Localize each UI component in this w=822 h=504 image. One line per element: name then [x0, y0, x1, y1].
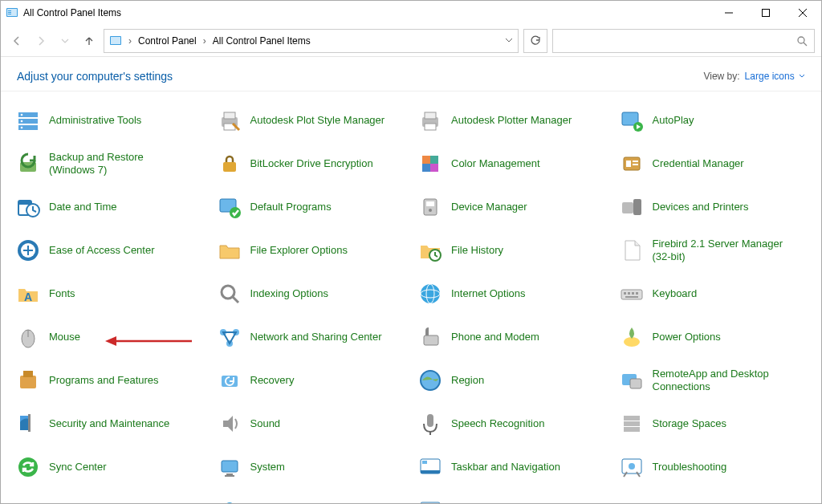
item-label: Credential Manager	[653, 157, 744, 170]
cp-item-taskbar[interactable]: Taskbar and Navigation	[414, 449, 612, 485]
view-by-value[interactable]: Large icons	[745, 71, 805, 82]
item-label: Administrative Tools	[49, 114, 141, 127]
svg-rect-32	[430, 164, 438, 172]
cp-item-recovery[interactable]: Recovery	[214, 363, 412, 398]
cp-item-fonts[interactable]: AFonts	[12, 276, 210, 311]
cp-item-default-prog[interactable]: Default Programs	[214, 189, 412, 225]
cp-item-datetime[interactable]: Date and Time	[12, 189, 210, 225]
cp-item-indexing[interactable]: Indexing Options	[214, 276, 412, 311]
cp-item-work-folders[interactable]: Work Folders	[616, 493, 814, 503]
search-box[interactable]	[552, 29, 815, 53]
cp-item-color[interactable]: Color Management	[414, 146, 612, 181]
maximize-button[interactable]	[747, 1, 784, 25]
svg-rect-88	[421, 470, 440, 474]
mouse-icon	[15, 324, 41, 350]
item-label: File Explorer Options	[250, 244, 348, 257]
address-bar[interactable]: › Control Panel › All Control Panel Item…	[104, 29, 519, 53]
network-icon	[217, 324, 242, 350]
svg-rect-76	[630, 379, 641, 388]
item-label: Autodesk Plot Style Manager	[250, 114, 385, 127]
cp-item-bitlocker[interactable]: BitLocker Drive Encryption	[214, 146, 412, 181]
datetime-icon	[15, 194, 41, 220]
cp-item-phone[interactable]: Phone and Modem	[414, 319, 612, 355]
printer-pen-icon	[217, 108, 242, 133]
indexing-icon	[217, 281, 242, 307]
cp-item-storage[interactable]: Storage Spaces	[616, 406, 814, 441]
svg-rect-82	[624, 427, 640, 432]
svg-rect-60	[636, 292, 638, 295]
cp-item-file[interactable]: Firebird 2.1 Server Manager (32-bit)	[616, 233, 814, 268]
recovery-icon	[217, 368, 242, 393]
cp-item-users[interactable]: User Accounts	[12, 493, 210, 503]
up-button[interactable]	[79, 31, 99, 51]
admin-icon	[15, 108, 41, 133]
cp-item-mouse[interactable]: Mouse	[12, 319, 210, 355]
item-label: Phone and Modem	[451, 331, 539, 343]
close-button[interactable]	[784, 1, 821, 25]
item-label: Fonts	[49, 287, 75, 300]
svg-rect-89	[422, 461, 427, 464]
svg-rect-84	[222, 461, 238, 472]
cp-item-network[interactable]: Network and Sharing Center	[214, 319, 412, 355]
cp-item-backup[interactable]: Backup and Restore (Windows 7)	[12, 146, 210, 181]
view-by-label: View by:	[703, 71, 739, 82]
item-label: Region	[451, 374, 484, 387]
power-icon	[619, 324, 645, 350]
item-label: Backup and Restore (Windows 7)	[49, 151, 185, 176]
cp-item-printer[interactable]: Autodesk Plotter Manager	[414, 103, 612, 138]
cp-item-printer-pen[interactable]: Autodesk Plot Style Manager	[214, 103, 412, 138]
minimize-button[interactable]	[710, 1, 747, 25]
cp-item-autoplay[interactable]: AutoPlay	[616, 103, 814, 138]
cp-item-devices[interactable]: Devices and Printers	[616, 189, 814, 225]
forward-button[interactable]	[31, 31, 51, 51]
breadcrumb-all-items[interactable]: All Control Panel Items	[213, 35, 311, 47]
svg-rect-43	[426, 201, 434, 206]
cp-item-device-mgr[interactable]: Device Manager	[414, 189, 612, 225]
cp-item-keyboard[interactable]: Keyboard	[616, 276, 814, 311]
svg-rect-59	[632, 292, 634, 295]
cp-item-power[interactable]: Power Options	[616, 319, 814, 355]
cp-item-folder-opt[interactable]: File Explorer Options	[214, 233, 412, 268]
cp-item-region[interactable]: Region	[414, 363, 612, 398]
cp-item-sound[interactable]: Sound	[214, 406, 412, 441]
refresh-button[interactable]	[523, 29, 547, 53]
cp-item-firewall[interactable]: Windows Defender Firewall	[214, 493, 412, 503]
address-dropdown[interactable]	[505, 35, 513, 47]
svg-rect-20	[224, 112, 235, 119]
item-label: Power Options	[653, 331, 721, 343]
autoplay-icon	[619, 108, 645, 133]
svg-rect-77	[28, 414, 31, 432]
navbar: › Control Panel › All Control Panel Item…	[1, 25, 821, 57]
svg-rect-68	[424, 335, 438, 345]
cp-item-mobility[interactable]: Windows Mobility Center	[414, 493, 612, 503]
item-label: Network and Sharing Center	[250, 331, 382, 343]
cp-item-credential[interactable]: Credential Manager	[616, 146, 814, 181]
svg-rect-4	[8, 14, 11, 14]
svg-point-83	[18, 457, 38, 477]
cp-item-programs[interactable]: Programs and Features	[12, 363, 210, 398]
cp-item-troubleshoot[interactable]: Troubleshooting	[616, 449, 814, 485]
svg-point-11	[798, 37, 804, 43]
back-button[interactable]	[7, 31, 26, 51]
breadcrumb-control-panel[interactable]: Control Panel	[138, 35, 197, 47]
cp-item-admin[interactable]: Administrative Tools	[12, 103, 210, 138]
cp-item-internet[interactable]: Internet Options	[414, 276, 612, 311]
svg-line-52	[233, 297, 238, 303]
cp-item-remoteapp[interactable]: RemoteApp and Desktop Connections	[616, 363, 814, 398]
taskbar-icon	[417, 454, 443, 480]
cp-item-system[interactable]: System	[214, 449, 412, 485]
recent-locations-button[interactable]	[55, 31, 75, 51]
internet-icon	[417, 281, 443, 307]
cp-item-speech[interactable]: Speech Recognition	[414, 406, 612, 441]
svg-rect-24	[425, 124, 436, 130]
cp-item-security[interactable]: Security and Maintenance	[12, 406, 210, 441]
keyboard-icon	[619, 281, 645, 307]
cp-item-file-history[interactable]: File History	[414, 233, 612, 268]
cp-item-ease[interactable]: Ease of Access Center	[12, 233, 210, 268]
device-mgr-icon	[417, 194, 443, 220]
item-label: Color Management	[451, 157, 540, 170]
item-label: Mouse	[49, 331, 80, 343]
ease-icon	[15, 238, 41, 263]
storage-icon	[619, 411, 645, 437]
cp-item-sync[interactable]: Sync Center	[12, 449, 210, 485]
